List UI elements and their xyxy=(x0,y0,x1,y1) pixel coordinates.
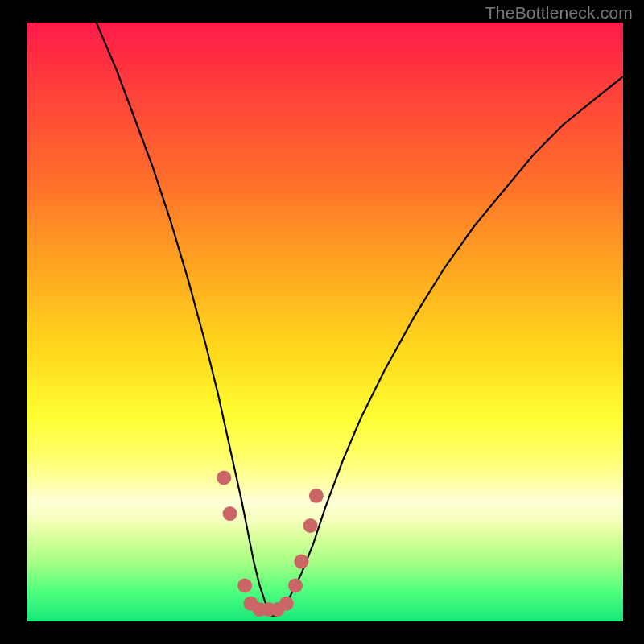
curve-marker xyxy=(303,518,318,533)
curve-marker xyxy=(309,489,324,503)
bottleneck-curve xyxy=(27,23,623,616)
chart-frame: TheBottleneck.com xyxy=(0,0,644,644)
curve-marker xyxy=(223,506,237,521)
curve-marker xyxy=(237,578,252,592)
curve-marker xyxy=(288,578,303,592)
watermark-text: TheBottleneck.com xyxy=(485,3,633,23)
curve-marker xyxy=(294,555,308,569)
chart-plot-area xyxy=(27,23,623,621)
curve-markers xyxy=(217,470,324,617)
curve-marker xyxy=(217,470,231,485)
chart-svg xyxy=(27,23,623,621)
curve-marker xyxy=(279,597,294,611)
